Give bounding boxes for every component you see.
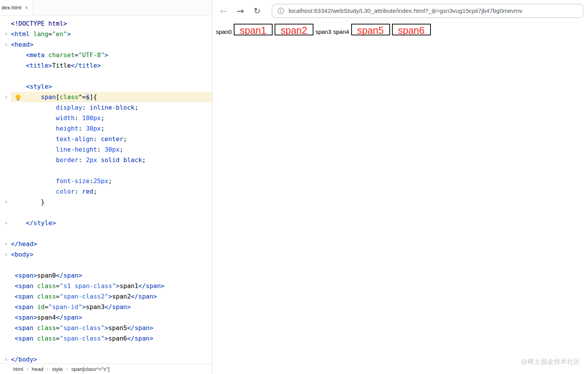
code-token: ; <box>119 146 123 153</box>
code-token: class <box>37 293 56 300</box>
code-line[interactable]: <span class="span-class">span6</span> <box>11 333 212 344</box>
code-line[interactable]: <html lang="en"> <box>11 29 212 39</box>
code-token: s <box>86 93 90 101</box>
rendered-span-box: span5 <box>351 24 390 35</box>
code-token <box>11 104 56 111</box>
code-editor[interactable]: ∨∨∨∧∧∧∨∧ <!DOCTYPE html><html lang="en">… <box>0 16 212 364</box>
code-token: <head> <box>11 41 33 48</box>
code-token: ; <box>142 156 146 164</box>
code-token: solid black <box>97 156 142 164</box>
code-token: <!DOCTYPE html> <box>11 20 67 27</box>
code-line[interactable]: text-align: center; <box>11 134 212 144</box>
tab-close-icon[interactable]: × <box>25 5 28 10</box>
code-line[interactable]: <span class="span-class2">span2</span> <box>11 291 212 302</box>
code-line[interactable]: <body> <box>11 249 212 260</box>
forward-icon[interactable]: → <box>235 7 245 16</box>
code-token: </span> <box>56 314 82 321</box>
code-line[interactable]: <head> <box>11 39 212 50</box>
code-token: font-size <box>56 177 90 185</box>
code-line[interactable] <box>11 260 212 270</box>
code-token <box>11 156 56 164</box>
breadcrumb-item[interactable]: html <box>13 366 23 372</box>
fold-up-icon[interactable]: ∧ <box>4 239 9 249</box>
code-line[interactable]: </body> <box>11 354 212 364</box>
code-line[interactable] <box>11 71 212 81</box>
code-line[interactable]: <span id="span-id">span3</span> <box>11 302 212 312</box>
code-token: class <box>60 93 78 101</box>
code-token: <span <box>15 293 37 300</box>
code-lines: <!DOCTYPE html><html lang="en"><head> <m… <box>11 16 212 364</box>
code-token: = <box>45 303 49 311</box>
code-token: <span <box>15 335 37 342</box>
code-line[interactable]: <span class="s1 span-class">span1</span> <box>11 281 212 291</box>
code-token: > <box>67 30 71 38</box>
code-line[interactable]: font-size:25px; <box>11 176 212 186</box>
rendered-span-box: span2 <box>275 24 313 35</box>
fold-down-icon[interactable]: ∨ <box>4 29 9 39</box>
code-line[interactable]: </head> <box>11 239 212 249</box>
code-line[interactable]: span[class^=s]{ <box>11 92 212 102</box>
code-token: </body> <box>11 356 37 363</box>
code-line[interactable]: width: 100px; <box>11 113 212 123</box>
code-token: </span> <box>105 303 131 311</box>
fold-down-icon[interactable]: ∨ <box>4 92 9 102</box>
code-token: span5 <box>108 324 127 332</box>
code-line[interactable]: <meta charset="UTF-8"> <box>11 50 212 60</box>
editor-tab-index-html[interactable]: dex.html × <box>0 0 33 15</box>
code-token: </span> <box>127 335 153 342</box>
code-line[interactable] <box>11 344 212 354</box>
code-token: span <box>41 93 56 101</box>
code-token: class <box>37 282 56 290</box>
code-token <box>11 188 56 195</box>
code-line[interactable]: height: 30px; <box>11 123 212 134</box>
code-token: span1 <box>119 282 138 290</box>
code-token: : <box>78 125 86 132</box>
code-line[interactable]: } <box>11 197 212 207</box>
fold-up-icon[interactable]: ∧ <box>4 218 9 228</box>
code-line[interactable]: <title>Title</title> <box>11 60 212 71</box>
code-token: span6 <box>108 335 127 342</box>
code-token: <html <box>11 30 33 38</box>
fold-down-icon[interactable]: ∨ <box>4 39 9 50</box>
code-line[interactable] <box>11 207 212 218</box>
breadcrumb-item[interactable]: style <box>52 366 63 372</box>
code-token: center <box>101 135 123 143</box>
code-token: 30px <box>105 146 120 153</box>
code-token: text-align <box>56 135 93 143</box>
code-line[interactable] <box>11 228 212 239</box>
code-token: > <box>108 293 112 300</box>
code-line[interactable]: <!DOCTYPE html> <box>11 18 212 29</box>
code-token: <body> <box>11 251 33 258</box>
fold-up-icon[interactable]: ∧ <box>4 197 9 207</box>
back-icon[interactable]: ← <box>219 7 229 16</box>
code-line[interactable]: line-height: 30px; <box>11 144 212 155</box>
code-token: ]{ <box>89 93 97 101</box>
code-token: width <box>56 114 75 122</box>
code-token: <span <box>15 324 37 332</box>
fold-down-icon[interactable]: ∨ <box>4 249 9 260</box>
browser-pane: ← → ↻ ⓘ localhost:63342/webStudy/L30_att… <box>212 0 588 374</box>
breadcrumb-item[interactable]: head <box>32 366 44 372</box>
code-token: "en" <box>52 30 67 38</box>
code-token: ; <box>108 177 112 185</box>
fold-up-icon[interactable]: ∧ <box>4 354 9 364</box>
code-token: ; <box>135 104 138 111</box>
breadcrumb-separator: › <box>66 366 68 372</box>
breadcrumb-separator: › <box>47 366 49 372</box>
breadcrumb: html›head›style›span[class^="s"] <box>0 364 212 374</box>
breadcrumb-item[interactable]: span[class^="s"] <box>71 366 109 372</box>
code-line[interactable]: <span>span0</span> <box>11 270 212 281</box>
code-line[interactable]: color: red; <box>11 186 212 197</box>
info-icon[interactable]: ⓘ <box>278 8 284 14</box>
reload-icon[interactable]: ↻ <box>252 7 262 15</box>
code-line[interactable] <box>11 165 212 176</box>
code-line[interactable]: </style> <box>11 218 212 228</box>
code-line[interactable]: border: 2px solid black; <box>11 155 212 165</box>
intention-bulb-icon[interactable] <box>16 94 21 99</box>
code-line[interactable]: <span class="span-class">span5</span> <box>11 323 212 333</box>
code-line[interactable]: display: inline-block; <box>11 102 212 113</box>
address-bar[interactable]: ⓘ localhost:63342/webStudy/L30_attribute… <box>272 4 583 18</box>
code-token: = <box>48 30 52 38</box>
code-line[interactable]: <span>span4</span> <box>11 312 212 323</box>
code-line[interactable]: <style> <box>11 81 212 92</box>
